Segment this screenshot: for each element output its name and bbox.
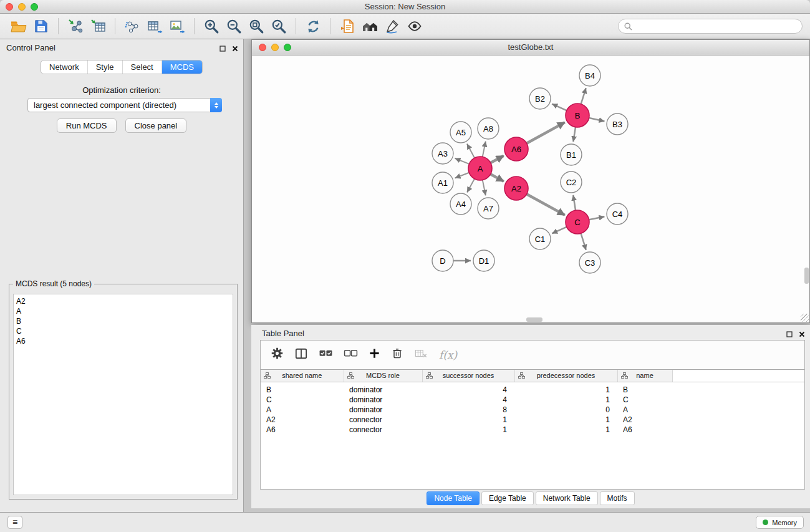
table-cell[interactable]: C [261, 395, 344, 405]
graph-edge-C-C3[interactable] [581, 233, 586, 250]
result-item[interactable]: C [16, 326, 230, 336]
graph-node-D[interactable]: D [432, 250, 453, 271]
table-cell[interactable]: A2 [261, 415, 344, 425]
select-all-button[interactable] [319, 348, 333, 361]
close-panel-button[interactable]: Close panel [125, 118, 187, 133]
graph-edge-B-B4[interactable] [581, 88, 586, 104]
close-window-button[interactable] [6, 3, 13, 11]
table-cell[interactable]: 8 [422, 405, 514, 415]
table-cell[interactable]: 1 [422, 415, 514, 425]
search-box[interactable] [618, 19, 803, 34]
graph-edge-A-A8[interactable] [483, 142, 486, 157]
graph-edge-C-C2[interactable] [573, 195, 576, 210]
float-panel-button[interactable] [219, 43, 226, 54]
table-row[interactable]: Adominator80A [261, 405, 804, 415]
export-table-button[interactable] [143, 16, 166, 36]
table-cell[interactable]: A2 [617, 415, 672, 425]
function-builder-button[interactable]: f(x) [439, 349, 457, 361]
show-columns-button[interactable] [294, 347, 308, 362]
table-cell[interactable]: A [617, 405, 672, 415]
graph-node-C3[interactable]: C3 [579, 252, 600, 273]
graph-node-A4[interactable]: A4 [450, 193, 471, 215]
table-cell[interactable]: 4 [422, 395, 514, 405]
graph-edge-A-A3[interactable] [455, 158, 469, 164]
table-cell[interactable]: dominator [344, 382, 422, 395]
table-cell[interactable]: A [261, 405, 344, 415]
graph-node-D1[interactable]: D1 [473, 250, 494, 271]
home-button[interactable] [359, 16, 381, 36]
graph-edge-C-C1[interactable] [552, 227, 567, 234]
graph-node-B4[interactable]: B4 [579, 65, 600, 86]
graph-edge-A-A2[interactable] [491, 174, 504, 181]
close-network-window-button[interactable] [259, 44, 266, 51]
table-cell[interactable]: 1 [514, 395, 617, 405]
zoom-fit-button[interactable] [245, 16, 268, 36]
graph-node-B2[interactable]: B2 [529, 88, 551, 109]
close-table-panel-button[interactable] [799, 329, 805, 340]
table-cell[interactable]: 1 [514, 425, 617, 435]
table-cell[interactable]: 0 [514, 405, 617, 415]
graph-node-C4[interactable]: C4 [607, 203, 628, 225]
zoom-out-button[interactable] [223, 16, 245, 36]
table-mode-button[interactable] [271, 347, 284, 362]
network-canvas[interactable]: AA2A6BCA1A3A4A5A7A8B1B2B3B4C1C2C3C4DD1 [252, 56, 809, 322]
search-input[interactable] [635, 22, 796, 31]
graph-edge-B-B2[interactable] [552, 104, 567, 111]
annotate-button[interactable] [381, 16, 403, 36]
vertical-scrollbar-thumb[interactable] [804, 268, 809, 284]
result-item[interactable]: A [16, 306, 230, 316]
graph-node-A1[interactable]: A1 [432, 172, 453, 193]
tab-node-table[interactable]: Node Table [427, 491, 480, 505]
result-item[interactable]: A2 [16, 296, 230, 306]
panel-menu-button[interactable]: ≡ [7, 516, 22, 529]
add-column-button[interactable] [369, 347, 380, 362]
result-item[interactable]: A6 [16, 336, 230, 346]
table-cell[interactable]: 1 [422, 425, 514, 435]
table-cell[interactable]: connector [344, 425, 422, 435]
table-cell[interactable]: connector [344, 415, 422, 425]
graph-edge-A-A4[interactable] [467, 179, 475, 193]
tab-network[interactable]: Network [41, 60, 88, 74]
export-image-button[interactable] [166, 16, 188, 36]
tab-style[interactable]: Style [88, 60, 123, 74]
graph-edge-A6-B[interactable] [527, 122, 565, 143]
tab-network-table[interactable]: Network Table [536, 491, 598, 505]
table-row[interactable]: A2connector11A2 [261, 415, 804, 425]
show-graphics-details-button[interactable] [403, 16, 426, 36]
graph-node-B[interactable]: B [566, 104, 589, 127]
graph-node-A2[interactable]: A2 [504, 177, 528, 200]
table-cell[interactable]: 4 [422, 382, 514, 395]
graph-edge-A2-C[interactable] [527, 194, 565, 215]
save-session-button[interactable] [30, 16, 52, 36]
open-document-button[interactable] [336, 16, 359, 36]
resize-grip[interactable] [801, 314, 809, 322]
graph-node-C1[interactable]: C1 [529, 228, 551, 249]
network-window-titlebar[interactable]: testGlobe.txt [252, 40, 809, 56]
result-item[interactable]: B [16, 316, 230, 326]
zoom-in-button[interactable] [200, 16, 223, 36]
table-cell[interactable]: A6 [261, 425, 344, 435]
table-cell[interactable]: B [261, 382, 344, 395]
graph-node-A5[interactable]: A5 [450, 122, 471, 143]
mcds-result-list[interactable]: A2ABCA6 [13, 294, 233, 495]
graph-edge-A-A6[interactable] [491, 156, 504, 163]
table-cell[interactable]: B [617, 382, 672, 395]
table-cell[interactable]: 1 [514, 415, 617, 425]
column-header-name[interactable]: name [617, 370, 672, 382]
table-row[interactable]: Bdominator41B [261, 382, 804, 395]
float-table-panel-button[interactable] [786, 329, 793, 340]
zoom-network-window-button[interactable] [284, 44, 291, 51]
table-cell[interactable]: 1 [514, 382, 617, 395]
graph-node-A3[interactable]: A3 [432, 143, 453, 164]
table-row[interactable]: Cdominator41C [261, 395, 804, 405]
tab-motifs[interactable]: Motifs [600, 491, 635, 505]
run-mcds-button[interactable]: Run MCDS [57, 118, 117, 133]
graph-node-B3[interactable]: B3 [607, 114, 628, 135]
graph-node-C[interactable]: C [566, 210, 589, 234]
delete-column-button[interactable] [391, 347, 403, 362]
graph-edge-A-A1[interactable] [455, 173, 470, 178]
graph-node-A6[interactable]: A6 [504, 137, 528, 161]
zoom-selected-button[interactable] [268, 16, 290, 36]
graph-node-A[interactable]: A [468, 157, 492, 180]
table-cell[interactable]: dominator [344, 405, 422, 415]
